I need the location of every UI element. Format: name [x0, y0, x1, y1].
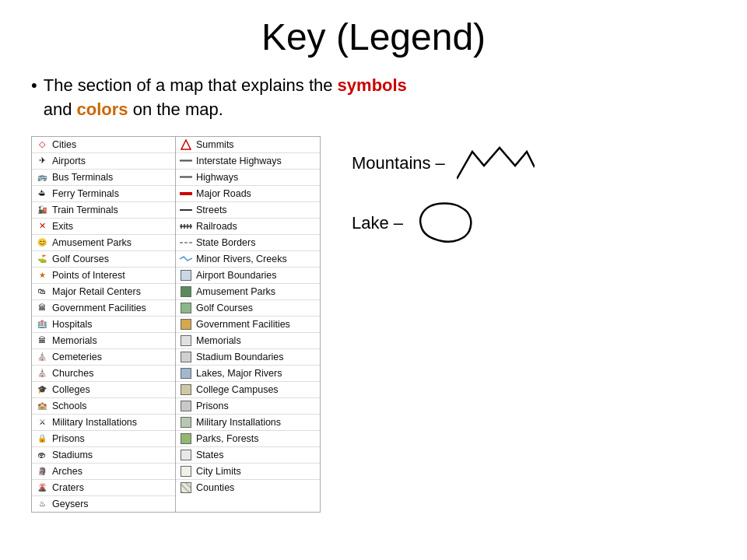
legend-label: Major Retail Centers: [52, 286, 141, 297]
content-area: ◇ Cities ✈ Airports 🚌 Bus Terminals ⛴ Fe…: [31, 136, 716, 513]
legend-label: City Limits: [196, 466, 241, 477]
legend-icon: 🏥: [36, 318, 48, 331]
legend-label: Summits: [196, 139, 234, 150]
legend-label: Schools: [52, 401, 86, 411]
legend-label: State Borders: [196, 237, 255, 248]
legend-icon: ✈: [36, 155, 48, 167]
legend-label: Cities: [52, 139, 76, 150]
legend-label: Craters: [52, 482, 84, 493]
mountain-icon: [457, 144, 535, 183]
page-title: Key (Legend): [31, 16, 716, 58]
legend-item: Golf Courses: [176, 300, 320, 317]
mountains-label: Mountains –: [352, 153, 445, 173]
legend-icon: ⛪: [36, 351, 48, 363]
legend-item: Streets: [176, 202, 320, 219]
legend-icon: 🗿: [36, 465, 48, 478]
legend-item: States: [176, 447, 320, 464]
legend-icon: [180, 253, 192, 265]
legend-label: Cemeteries: [52, 352, 102, 362]
legend-label: Geysers: [52, 499, 89, 509]
legend-icon: ★: [36, 269, 48, 282]
legend-item: 🌋 Craters: [32, 480, 175, 496]
legend-label: Golf Courses: [196, 303, 253, 313]
intro-text-middle: and: [44, 100, 77, 119]
legend-label: Stadium Boundaries: [196, 352, 284, 362]
legend-item: Military Installations: [176, 415, 320, 431]
legend-icon: [180, 449, 192, 461]
legend-label: Train Terminals: [52, 205, 118, 215]
legend-icon: [180, 383, 192, 396]
legend-icon: [180, 187, 192, 200]
colors-word: colors: [77, 100, 128, 119]
legend-label: Military Installations: [52, 417, 137, 428]
legend-item: 🏥 Hospitals: [32, 317, 175, 333]
legend-icon: ◇: [36, 138, 48, 151]
legend-label: Colleges: [52, 384, 90, 395]
legend-label: Parks, Forests: [196, 433, 259, 444]
legend-label: Hospitals: [52, 319, 92, 330]
legend-item: Stadium Boundaries: [176, 349, 320, 366]
legend-icon: 😊: [36, 236, 48, 249]
legend-label: Government Facilities: [196, 319, 290, 330]
legend-item: 😊 Amusement Parks: [32, 235, 175, 251]
legend-item: 🏫 Schools: [32, 398, 175, 415]
legend-label: Points of Interest: [52, 270, 125, 281]
legend-item: ⛪ Cemeteries: [32, 349, 175, 366]
legend-item: Major Roads: [176, 186, 320, 202]
legend-label: Minor Rivers, Creeks: [196, 254, 287, 264]
legend-table: ◇ Cities ✈ Airports 🚌 Bus Terminals ⛴ Fe…: [31, 136, 321, 513]
legend-item: Amusement Parks: [176, 284, 320, 300]
intro-text-after: on the map.: [128, 100, 223, 119]
legend-label: Memorials: [196, 335, 241, 346]
legend-item: State Borders: [176, 235, 320, 251]
legend-item: Prisons: [176, 398, 320, 415]
legend-item: Railroads: [176, 219, 320, 235]
legend-icon: [180, 400, 192, 412]
legend-icon: [180, 220, 192, 233]
legend-label: Highways: [196, 172, 238, 183]
legend-label: Streets: [196, 205, 227, 215]
legend-icon: 🛍: [36, 285, 48, 298]
legend-label: Amusement Parks: [196, 286, 275, 297]
legend-left-col: ◇ Cities ✈ Airports 🚌 Bus Terminals ⛴ Fe…: [32, 137, 176, 512]
legend-item: 🏟 Stadiums: [32, 447, 175, 464]
legend-item: 🏛 Government Facilities: [32, 300, 175, 317]
legend-icon: [180, 302, 192, 314]
legend-label: Railroads: [196, 221, 237, 232]
lake-label: Lake –: [352, 213, 403, 233]
legend-icon: 🎓: [36, 383, 48, 396]
legend-icon: ⛳: [36, 253, 48, 265]
legend-item: Airport Boundaries: [176, 268, 320, 284]
legend-label: Airports: [52, 156, 86, 166]
legend-icon: ⛪: [36, 367, 48, 380]
legend-right-col: Summits Interstate Highways Highways Maj…: [176, 137, 320, 512]
legend-icon: 🚂: [36, 204, 48, 216]
legend-item: Government Facilities: [176, 317, 320, 333]
legend-item: Counties: [176, 480, 320, 495]
legend-icon: [180, 171, 192, 184]
legend-icon: 🔒: [36, 432, 48, 445]
legend-icon: [180, 204, 192, 216]
legend-icon: ♨: [36, 498, 48, 510]
legend-icon: [180, 481, 192, 494]
legend-item: Parks, Forests: [176, 431, 320, 447]
legend-label: Arches: [52, 466, 82, 477]
legend-item: College Campuses: [176, 382, 320, 398]
legend-icon: [180, 334, 192, 347]
legend-icon: [180, 236, 192, 249]
legend-icon: 🏟: [36, 449, 48, 461]
legend-icon: ⚔: [36, 416, 48, 429]
legend-icon: [180, 318, 192, 331]
legend-item: ⛳ Golf Courses: [32, 251, 175, 268]
legend-icon: [180, 155, 192, 167]
legend-item: ✈ Airports: [32, 153, 175, 170]
legend-item: Summits: [176, 137, 320, 153]
legend-label: Lakes, Major Rivers: [196, 368, 282, 379]
legend-icon: 🏛: [36, 302, 48, 314]
legend-item: Highways: [176, 170, 320, 186]
intro-text: The section of a map that explains the s…: [44, 74, 436, 122]
legend-item: Interstate Highways: [176, 153, 320, 170]
legend-label: Major Roads: [196, 188, 251, 199]
legend-icon: [180, 367, 192, 380]
legend-label: Airport Boundaries: [196, 270, 277, 281]
